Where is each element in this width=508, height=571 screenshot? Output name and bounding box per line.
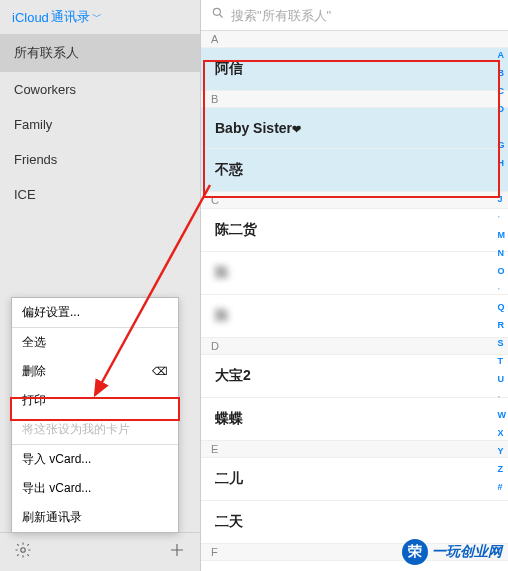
index-letter[interactable]: U xyxy=(498,374,507,384)
contact-row[interactable]: 二天 xyxy=(201,501,508,544)
contact-name: 不惑 xyxy=(215,161,243,177)
menu-item-label: 全选 xyxy=(22,334,46,351)
index-letter[interactable]: W xyxy=(498,410,507,420)
contact-name: Baby Sister xyxy=(215,120,292,136)
index-letter[interactable]: S xyxy=(498,338,507,348)
index-letter[interactable]: · xyxy=(498,122,507,132)
contact-list[interactable]: A阿信BBaby Sister❤不惑C陈二货陈陈D大宝2蝶蝶E二儿二天F xyxy=(201,31,508,571)
add-icon[interactable] xyxy=(168,541,186,563)
search-icon xyxy=(211,6,225,24)
watermark-text: 一玩创业网 xyxy=(432,543,502,561)
sidebar-title-link: 通讯录 xyxy=(51,8,90,26)
gear-icon[interactable] xyxy=(14,541,32,563)
contact-name: 陈二货 xyxy=(215,221,257,237)
menu-item-label: 导出 vCard... xyxy=(22,480,91,497)
contact-name: 大宝2 xyxy=(215,367,251,383)
index-letter[interactable]: · xyxy=(498,212,507,222)
contact-row[interactable]: 阿信 xyxy=(201,48,508,91)
sidebar-title-prefix: iCloud xyxy=(12,10,49,25)
index-letter[interactable]: B xyxy=(498,68,507,78)
contact-tag-icon: ❤ xyxy=(292,123,301,135)
menu-item[interactable]: 打印 xyxy=(12,386,178,415)
menu-item[interactable]: 导入 vCard... xyxy=(12,445,178,474)
search-bar xyxy=(201,0,508,31)
contact-name: 二儿 xyxy=(215,470,243,486)
sidebar-footer xyxy=(0,532,200,571)
index-letter[interactable]: R xyxy=(498,320,507,330)
index-letter[interactable]: N xyxy=(498,248,507,258)
index-letter[interactable]: O xyxy=(498,266,507,276)
index-letter[interactable]: I xyxy=(498,176,507,186)
sidebar-item[interactable]: Coworkers xyxy=(0,72,200,107)
menu-item: 将这张设为我的卡片 xyxy=(12,415,178,444)
svg-point-1 xyxy=(213,8,220,15)
menu-item[interactable]: 全选 xyxy=(12,328,178,357)
context-menu: 偏好设置...全选删除⌫打印将这张设为我的卡片导入 vCard...导出 vCa… xyxy=(11,297,179,533)
contact-row[interactable]: 蝶蝶 xyxy=(201,398,508,441)
menu-item[interactable]: 导出 vCard... xyxy=(12,474,178,503)
index-letter[interactable]: · xyxy=(498,392,507,402)
index-letter[interactable]: G xyxy=(498,140,507,150)
index-letter[interactable]: D xyxy=(498,104,507,114)
chevron-down-icon: ﹀ xyxy=(92,10,102,24)
index-letter[interactable]: Q xyxy=(498,302,507,312)
menu-item-label: 导入 vCard... xyxy=(22,451,91,468)
section-header: E xyxy=(201,441,508,458)
index-letter[interactable]: T xyxy=(498,356,507,366)
sidebar-item[interactable]: 所有联系人 xyxy=(0,34,200,72)
section-header: D xyxy=(201,338,508,355)
index-letter[interactable]: M xyxy=(498,230,507,240)
main-panel: A阿信BBaby Sister❤不惑C陈二货陈陈D大宝2蝶蝶E二儿二天F ABC… xyxy=(201,0,508,571)
alpha-index[interactable]: ABCD·GHIJ·MNO·QRSTU·WXYZ# xyxy=(498,50,507,492)
section-header: C xyxy=(201,192,508,209)
index-letter[interactable]: C xyxy=(498,86,507,96)
contact-name: 二天 xyxy=(215,513,243,529)
index-letter[interactable]: Y xyxy=(498,446,507,456)
contact-row[interactable]: 陈 xyxy=(201,252,508,295)
index-letter[interactable]: J xyxy=(498,194,507,204)
menu-item-label: 将这张设为我的卡片 xyxy=(22,421,130,438)
contact-name: 蝶蝶 xyxy=(215,410,243,426)
index-letter[interactable]: # xyxy=(498,482,507,492)
menu-item-label: 删除 xyxy=(22,363,46,380)
contact-row[interactable]: 不惑 xyxy=(201,149,508,192)
contact-name: 陈 xyxy=(215,307,229,323)
menu-item-label: 偏好设置... xyxy=(22,304,80,321)
sidebar-item[interactable]: Family xyxy=(0,107,200,142)
index-letter[interactable]: X xyxy=(498,428,507,438)
sidebar-title[interactable]: iCloud 通讯录 ﹀ xyxy=(0,0,200,34)
section-header: B xyxy=(201,91,508,108)
sidebar-item[interactable]: ICE xyxy=(0,177,200,212)
contact-row[interactable]: 陈二货 xyxy=(201,209,508,252)
contact-name: 陈 xyxy=(215,264,229,280)
svg-point-0 xyxy=(21,548,26,553)
watermark: 荣 一玩创业网 xyxy=(402,539,502,565)
contact-row[interactable]: 大宝2 xyxy=(201,355,508,398)
search-input[interactable] xyxy=(231,8,498,23)
menu-item-label: 刷新通讯录 xyxy=(22,509,82,526)
index-letter[interactable]: Z xyxy=(498,464,507,474)
menu-item[interactable]: 删除⌫ xyxy=(12,357,178,386)
sidebar-item[interactable]: Friends xyxy=(0,142,200,177)
index-letter[interactable]: · xyxy=(498,284,507,294)
index-letter[interactable]: A xyxy=(498,50,507,60)
menu-item[interactable]: 偏好设置... xyxy=(12,298,178,327)
menu-item-label: 打印 xyxy=(22,392,46,409)
index-letter[interactable]: H xyxy=(498,158,507,168)
contact-row[interactable]: 陈 xyxy=(201,295,508,338)
contact-row[interactable]: 二儿 xyxy=(201,458,508,501)
menu-item[interactable]: 刷新通讯录 xyxy=(12,503,178,532)
contact-name: 阿信 xyxy=(215,60,243,76)
section-header: A xyxy=(201,31,508,48)
contact-row[interactable]: Baby Sister❤ xyxy=(201,108,508,149)
watermark-badge: 荣 xyxy=(402,539,428,565)
backspace-icon: ⌫ xyxy=(152,365,168,378)
